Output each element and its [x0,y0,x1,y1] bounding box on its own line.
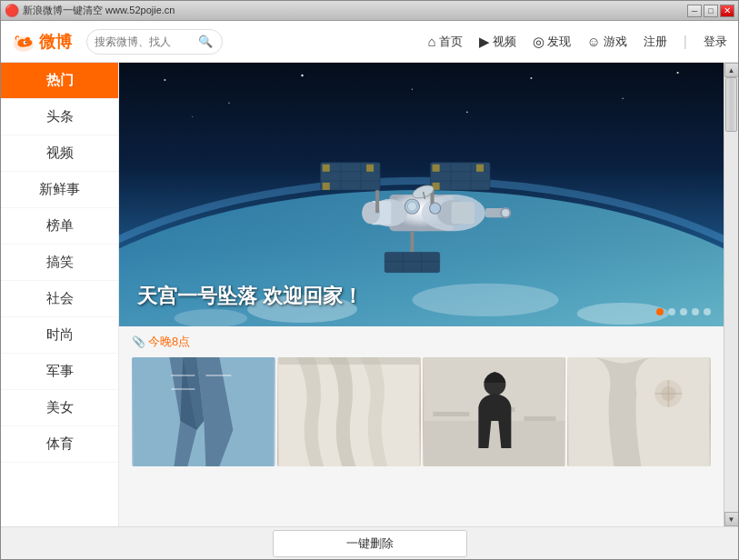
svg-point-12 [466,111,468,113]
svg-rect-47 [476,165,484,172]
content-area: 热门 头条 视频 新鲜事 榜单 搞笑 [1,63,724,526]
nav-game-label: 游戏 [604,34,627,50]
thumb-1-svg [132,357,275,466]
svg-rect-63 [278,357,419,365]
scroll-thumb-area[interactable] [724,77,738,512]
title-icon: 🔴 [5,4,19,17]
nav-divider: | [684,34,687,50]
svg-point-54 [407,202,416,211]
paperclip-icon: 📎 [132,335,145,348]
nav-game[interactable]: ☺ 游戏 [587,34,627,50]
svg-point-8 [530,77,532,79]
sidebar-item-military[interactable]: 军事 [1,354,118,390]
svg-rect-26 [452,202,474,224]
sidebar-item-society[interactable]: 社会 [1,281,118,317]
banner-dot-3[interactable] [680,308,687,315]
svg-rect-68 [524,416,555,421]
scroll-down-arrow[interactable]: ▼ [724,512,739,526]
title-bar-text: 🔴 新浪微博一键清空 www.52pojie.cn [5,4,175,17]
search-box[interactable]: 🔍 [86,29,223,55]
home-icon: ⌂ [427,34,435,49]
banner-dot-1[interactable] [656,308,664,315]
nav-links: ⌂ 首页 ▶ 视频 ◎ 发现 ☺ 游戏 注册 | 登录 [427,34,727,50]
video-icon: ▶ [479,34,490,50]
nav-bar: 微博 🔍 ⌂ 首页 ▶ 视频 ◎ 发现 [1,21,738,63]
thumbnail-1[interactable] [132,357,275,466]
thumbnail-2[interactable] [277,357,421,466]
game-icon: ☺ [587,34,601,49]
search-input[interactable] [95,35,195,48]
svg-point-11 [192,116,193,117]
thumbnail-4[interactable] [567,357,711,466]
nav-home[interactable]: ⌂ 首页 [427,34,462,50]
window-title: 新浪微博一键清空 www.52pojie.cn [23,4,175,17]
sidebar-item-ranking[interactable]: 榜单 [1,208,118,245]
delete-button[interactable]: 一键删除 [273,530,467,557]
svg-point-9 [622,97,624,99]
scroll-thumb[interactable] [725,77,737,132]
svg-point-10 [677,72,679,74]
thumbnail-3[interactable] [423,357,566,466]
search-icon: 🔍 [198,35,213,48]
minimize-button[interactable]: ─ [687,5,702,17]
nav-register[interactable]: 注册 [644,34,667,50]
svg-point-16 [577,303,669,325]
main-content: 天宫一号坠落 欢迎回家！ [119,63,724,526]
svg-point-5 [228,102,230,104]
banner-dot-4[interactable] [692,308,699,315]
weibo-logo-icon [12,32,35,52]
sidebar-item-hot[interactable]: 热门 [1,63,118,99]
sidebar-item-funny[interactable]: 搞笑 [1,245,118,281]
weibo-logo-text: 微博 [39,31,72,53]
sidebar-item-fashion[interactable]: 时尚 [1,317,118,354]
banner-image: 天宫一号坠落 欢迎回家！ [119,63,724,326]
scrollbar: ▲ ▼ [724,63,738,526]
svg-rect-65 [424,421,564,466]
sidebar-item-beauty[interactable]: 美女 [1,390,118,426]
title-bar: 🔴 新浪微博一键清空 www.52pojie.cn ─ □ ✕ [1,1,738,21]
banner-dot-2[interactable] [668,308,675,315]
svg-rect-45 [433,165,440,172]
scroll-up-arrow[interactable]: ▲ [724,63,739,77]
nav-login[interactable]: 登录 [704,34,727,50]
thumb-3-svg [423,357,566,466]
svg-point-55 [430,203,441,214]
svg-rect-36 [323,165,330,172]
section-link-label: 今晚8点 [148,334,190,350]
nav-video-label: 视频 [493,34,516,50]
thumb-4-svg [567,357,711,466]
sidebar-item-video[interactable]: 视频 [1,135,118,172]
svg-point-4 [164,79,165,81]
sidebar-item-sports[interactable]: 体育 [1,426,118,463]
nav-home-label: 首页 [439,34,463,50]
sidebar-item-headline[interactable]: 头条 [1,99,118,135]
banner-dots [656,308,711,315]
nav-video[interactable]: ▶ 视频 [479,34,516,50]
banner-caption: 天宫一号坠落 欢迎回家！ [137,283,363,310]
svg-rect-70 [569,357,710,466]
title-bar-controls: ─ □ ✕ [687,5,734,17]
nav-discover-label: 发现 [547,34,571,50]
banner[interactable]: 天宫一号坠落 欢迎回家！ [119,63,724,326]
thumb-2-svg [277,357,421,466]
banner-dot-5[interactable] [704,308,711,315]
svg-point-15 [412,284,558,316]
section-link[interactable]: 📎 今晚8点 [132,334,190,350]
thumbnail-grid [119,357,724,475]
svg-rect-66 [433,412,469,416]
nav-discover[interactable]: ◎ 发现 [533,34,571,50]
section-header: 📎 今晚8点 [119,326,724,357]
svg-rect-38 [366,165,374,172]
close-button[interactable]: ✕ [720,5,734,17]
svg-rect-48 [410,231,414,254]
main-area: 微博 🔍 ⌂ 首页 ▶ 视频 ◎ 发现 [1,21,738,559]
logo-area: 微博 [12,31,72,53]
discover-icon: ◎ [533,34,544,50]
sidebar-item-fresh[interactable]: 新鲜事 [1,172,118,208]
svg-point-7 [412,88,413,89]
svg-point-6 [301,75,303,76]
svg-rect-37 [323,183,330,190]
sidebar: 热门 头条 视频 新鲜事 榜单 搞笑 [1,63,119,526]
maximize-button[interactable]: □ [704,5,718,17]
app-window: 🔴 新浪微博一键清空 www.52pojie.cn ─ □ ✕ [0,0,739,560]
